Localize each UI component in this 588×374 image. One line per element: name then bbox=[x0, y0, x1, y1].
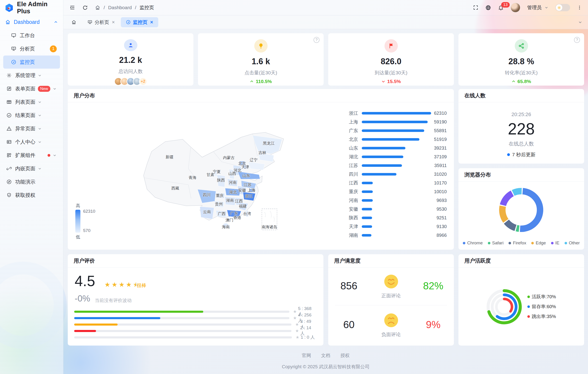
province-label[interactable]: 四川 bbox=[203, 192, 211, 198]
china-map-svg bbox=[133, 130, 294, 237]
province-label[interactable]: 福建 bbox=[239, 203, 247, 209]
sidebar-item[interactable]: 内嵌页面 bbox=[3, 162, 60, 175]
close-icon[interactable]: × bbox=[150, 19, 153, 25]
province-label[interactable]: 江苏 bbox=[244, 182, 252, 187]
footer-link[interactable]: 授权 bbox=[340, 353, 350, 359]
breadcrumb-root[interactable]: Dashboard bbox=[108, 5, 132, 10]
province-label[interactable]: 宁夏 bbox=[213, 169, 221, 174]
language-globe-icon[interactable] bbox=[485, 5, 491, 10]
province-label[interactable]: 云南 bbox=[203, 209, 211, 214]
breadcrumb-home-icon[interactable] bbox=[95, 5, 100, 10]
theme-toggle[interactable] bbox=[555, 4, 570, 11]
province-label[interactable]: 黑龙江 bbox=[263, 141, 275, 146]
province-label[interactable]: 新疆 bbox=[166, 154, 173, 160]
legend-item[interactable]: Chrome bbox=[463, 241, 483, 245]
province-label[interactable]: 澳门 bbox=[226, 218, 233, 223]
province-bar-row[interactable]: 山东 39231 bbox=[343, 144, 447, 152]
province-label[interactable]: 湖北 bbox=[229, 190, 237, 195]
legend-item[interactable]: Firefox bbox=[509, 241, 526, 245]
province-label[interactable]: 内蒙古 bbox=[223, 155, 235, 160]
province-label[interactable]: 安徽 bbox=[238, 188, 246, 193]
province-label[interactable]: 江西 bbox=[235, 199, 243, 204]
province-label[interactable]: 南海诸岛 bbox=[262, 224, 277, 230]
province-bar-row[interactable]: 江苏 35911 bbox=[343, 161, 447, 170]
province-label[interactable]: 台湾 bbox=[243, 211, 251, 216]
tab-home[interactable] bbox=[66, 17, 82, 27]
sidebar-item[interactable]: 监控页 bbox=[3, 56, 60, 69]
province-label[interactable]: 海南 bbox=[222, 224, 230, 230]
province-label[interactable]: 浙江 bbox=[245, 193, 253, 199]
province-label[interactable]: 贵州 bbox=[215, 202, 223, 207]
sidebar-item[interactable]: 工作台 bbox=[3, 29, 60, 42]
legend-item[interactable]: Other bbox=[565, 241, 580, 245]
province-label[interactable]: 陕西 bbox=[217, 178, 225, 183]
sun-icon bbox=[556, 4, 562, 11]
username[interactable]: 管理员 bbox=[527, 4, 542, 11]
province-label[interactable]: 重庆 bbox=[216, 193, 224, 198]
province-bar-row[interactable]: 陕西 9251 bbox=[343, 213, 447, 222]
help-icon[interactable]: ? bbox=[574, 37, 580, 43]
notifications-bell-icon[interactable]: 13 bbox=[498, 5, 504, 10]
bar-fill bbox=[362, 234, 371, 237]
legend-item[interactable]: IE bbox=[551, 241, 559, 245]
browser-donut[interactable] bbox=[496, 185, 546, 235]
province-label[interactable]: 西藏 bbox=[171, 186, 179, 191]
sidebar-item[interactable]: 功能演示 bbox=[3, 175, 60, 188]
province-label[interactable]: 吉林 bbox=[258, 150, 266, 155]
province-label[interactable]: 山东 bbox=[242, 173, 250, 178]
province-bar-row[interactable]: 江西 10170 bbox=[343, 179, 447, 187]
trend-value: 110.5% bbox=[256, 79, 272, 84]
tab-monitor[interactable]: 监控页 × bbox=[121, 17, 158, 27]
rating-stars: ★★★★★★ bbox=[105, 281, 139, 288]
legend-item[interactable]: Edge bbox=[531, 241, 546, 245]
province-bar-row[interactable]: 湖南 8966 bbox=[343, 231, 447, 240]
sidebar-item[interactable]: 系统管理 bbox=[3, 69, 60, 82]
sidebar-item[interactable]: 获取授权 bbox=[3, 189, 60, 202]
province-bar-row[interactable]: 北京 51919 bbox=[343, 135, 447, 144]
province-label[interactable]: 湖南 bbox=[226, 198, 234, 203]
china-map[interactable]: 新疆 西藏 青海 甘肃 宁夏 内蒙古 黑龙江 吉林 辽宁 bbox=[133, 130, 294, 237]
province-bar-row[interactable]: 湖北 37109 bbox=[343, 152, 447, 161]
more-menu-icon[interactable] bbox=[577, 5, 582, 10]
logo[interactable]: e Ele Admin Plus bbox=[0, 0, 63, 15]
collapse-sidebar-icon[interactable] bbox=[69, 5, 75, 10]
close-icon[interactable]: × bbox=[112, 19, 115, 25]
sidebar-item[interactable]: 异常页面 bbox=[3, 122, 60, 135]
tabs-dropdown-chevron-icon[interactable] bbox=[578, 20, 586, 25]
province-label[interactable]: 辽宁 bbox=[250, 157, 257, 163]
user-menu-chevron-icon[interactable] bbox=[544, 6, 548, 10]
province-label[interactable]: 河南 bbox=[229, 180, 237, 185]
province-label[interactable]: 青海 bbox=[189, 175, 196, 180]
sidebar-group-dashboard[interactable]: Dashboard bbox=[0, 15, 63, 29]
sidebar-item[interactable]: 结果页面 bbox=[3, 109, 60, 122]
fullscreen-icon[interactable] bbox=[473, 5, 478, 10]
sidebar-item[interactable]: 表单页面 New bbox=[3, 82, 60, 95]
activity-gauge[interactable] bbox=[481, 284, 527, 330]
sidebar-item[interactable]: 分析页 1 bbox=[3, 42, 60, 55]
province-label[interactable]: 香港 bbox=[233, 215, 241, 220]
province-label[interactable]: 天津 bbox=[242, 164, 249, 170]
rating-track bbox=[74, 330, 292, 332]
province-label[interactable]: 上海 bbox=[248, 188, 255, 193]
province-bar-row[interactable]: 广东 55891 bbox=[343, 126, 447, 135]
province-bar-row[interactable]: 浙江 62310 bbox=[343, 109, 447, 118]
province-bar-row[interactable]: 河南 9693 bbox=[343, 196, 447, 205]
province-bar-row[interactable]: 安徽 9530 bbox=[343, 205, 447, 213]
positive-label: 正面评论 bbox=[381, 293, 401, 299]
legend-item[interactable]: Safari bbox=[488, 241, 504, 245]
sidebar-item[interactable]: 列表页面 bbox=[3, 95, 60, 109]
province-bar-row[interactable]: 天津 9130 bbox=[343, 222, 447, 231]
footer-link[interactable]: 官网 bbox=[302, 353, 311, 359]
refresh-icon[interactable] bbox=[82, 5, 88, 10]
footer-link[interactable]: 文档 bbox=[321, 353, 330, 359]
province-bar-row[interactable]: 上海 59190 bbox=[343, 118, 447, 126]
sidebar-item[interactable]: 个人中心 bbox=[3, 135, 60, 148]
help-icon[interactable]: ? bbox=[314, 37, 319, 43]
province-label[interactable]: 山西 bbox=[228, 171, 236, 176]
tab-analysis[interactable]: 分析页 × bbox=[83, 17, 120, 27]
user-avatar[interactable] bbox=[511, 3, 520, 12]
sidebar-item[interactable]: 扩展组件 bbox=[3, 149, 60, 162]
province-bar-row[interactable]: 重庆 10010 bbox=[343, 187, 447, 196]
province-label[interactable]: 广西 bbox=[218, 211, 226, 216]
province-bar-row[interactable]: 四川 31020 bbox=[343, 170, 447, 179]
